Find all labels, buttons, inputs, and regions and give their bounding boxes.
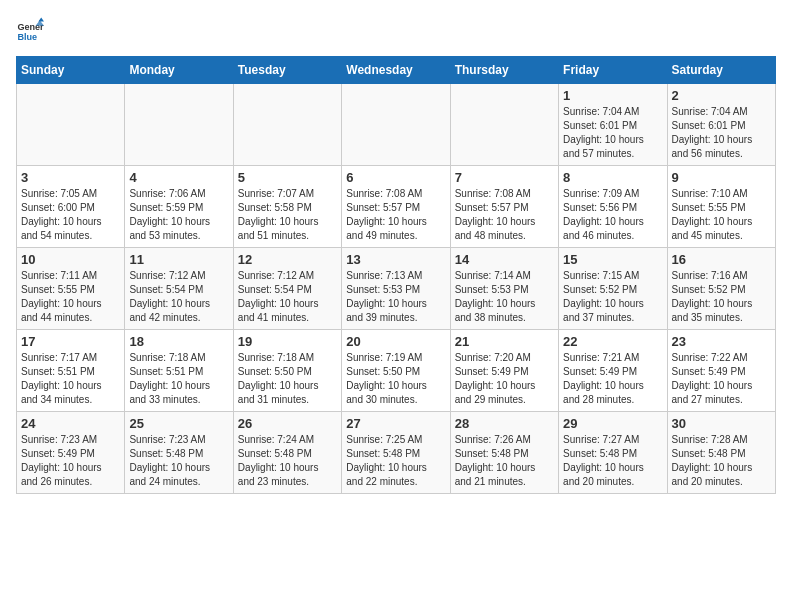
day-number: 24	[21, 416, 120, 431]
calendar-cell: 25Sunrise: 7:23 AM Sunset: 5:48 PM Dayli…	[125, 412, 233, 494]
day-number: 30	[672, 416, 771, 431]
day-number: 9	[672, 170, 771, 185]
weekday-header-tuesday: Tuesday	[233, 57, 341, 84]
weekday-header-monday: Monday	[125, 57, 233, 84]
day-info: Sunrise: 7:23 AM Sunset: 5:48 PM Dayligh…	[129, 433, 228, 489]
day-info: Sunrise: 7:22 AM Sunset: 5:49 PM Dayligh…	[672, 351, 771, 407]
day-info: Sunrise: 7:10 AM Sunset: 5:55 PM Dayligh…	[672, 187, 771, 243]
calendar-cell: 20Sunrise: 7:19 AM Sunset: 5:50 PM Dayli…	[342, 330, 450, 412]
day-number: 18	[129, 334, 228, 349]
calendar-cell: 11Sunrise: 7:12 AM Sunset: 5:54 PM Dayli…	[125, 248, 233, 330]
day-info: Sunrise: 7:27 AM Sunset: 5:48 PM Dayligh…	[563, 433, 662, 489]
svg-text:Blue: Blue	[17, 32, 37, 42]
day-info: Sunrise: 7:28 AM Sunset: 5:48 PM Dayligh…	[672, 433, 771, 489]
day-number: 6	[346, 170, 445, 185]
calendar-cell: 2Sunrise: 7:04 AM Sunset: 6:01 PM Daylig…	[667, 84, 775, 166]
day-info: Sunrise: 7:19 AM Sunset: 5:50 PM Dayligh…	[346, 351, 445, 407]
day-info: Sunrise: 7:08 AM Sunset: 5:57 PM Dayligh…	[455, 187, 554, 243]
calendar-cell: 13Sunrise: 7:13 AM Sunset: 5:53 PM Dayli…	[342, 248, 450, 330]
calendar-cell: 7Sunrise: 7:08 AM Sunset: 5:57 PM Daylig…	[450, 166, 558, 248]
day-number: 22	[563, 334, 662, 349]
calendar-week-row: 1Sunrise: 7:04 AM Sunset: 6:01 PM Daylig…	[17, 84, 776, 166]
day-number: 12	[238, 252, 337, 267]
day-info: Sunrise: 7:05 AM Sunset: 6:00 PM Dayligh…	[21, 187, 120, 243]
day-info: Sunrise: 7:15 AM Sunset: 5:52 PM Dayligh…	[563, 269, 662, 325]
day-info: Sunrise: 7:04 AM Sunset: 6:01 PM Dayligh…	[563, 105, 662, 161]
day-info: Sunrise: 7:25 AM Sunset: 5:48 PM Dayligh…	[346, 433, 445, 489]
calendar-cell: 14Sunrise: 7:14 AM Sunset: 5:53 PM Dayli…	[450, 248, 558, 330]
calendar-cell: 16Sunrise: 7:16 AM Sunset: 5:52 PM Dayli…	[667, 248, 775, 330]
day-number: 16	[672, 252, 771, 267]
calendar-cell	[342, 84, 450, 166]
day-info: Sunrise: 7:24 AM Sunset: 5:48 PM Dayligh…	[238, 433, 337, 489]
day-number: 26	[238, 416, 337, 431]
day-number: 20	[346, 334, 445, 349]
calendar-cell: 15Sunrise: 7:15 AM Sunset: 5:52 PM Dayli…	[559, 248, 667, 330]
day-info: Sunrise: 7:07 AM Sunset: 5:58 PM Dayligh…	[238, 187, 337, 243]
day-info: Sunrise: 7:23 AM Sunset: 5:49 PM Dayligh…	[21, 433, 120, 489]
day-info: Sunrise: 7:18 AM Sunset: 5:50 PM Dayligh…	[238, 351, 337, 407]
calendar-table: SundayMondayTuesdayWednesdayThursdayFrid…	[16, 56, 776, 494]
calendar-week-row: 17Sunrise: 7:17 AM Sunset: 5:51 PM Dayli…	[17, 330, 776, 412]
day-info: Sunrise: 7:08 AM Sunset: 5:57 PM Dayligh…	[346, 187, 445, 243]
calendar-cell	[17, 84, 125, 166]
calendar-cell: 24Sunrise: 7:23 AM Sunset: 5:49 PM Dayli…	[17, 412, 125, 494]
day-number: 10	[21, 252, 120, 267]
day-info: Sunrise: 7:12 AM Sunset: 5:54 PM Dayligh…	[238, 269, 337, 325]
calendar-cell: 29Sunrise: 7:27 AM Sunset: 5:48 PM Dayli…	[559, 412, 667, 494]
calendar-cell: 23Sunrise: 7:22 AM Sunset: 5:49 PM Dayli…	[667, 330, 775, 412]
weekday-header-sunday: Sunday	[17, 57, 125, 84]
calendar-week-row: 24Sunrise: 7:23 AM Sunset: 5:49 PM Dayli…	[17, 412, 776, 494]
calendar-cell	[125, 84, 233, 166]
day-info: Sunrise: 7:12 AM Sunset: 5:54 PM Dayligh…	[129, 269, 228, 325]
day-number: 11	[129, 252, 228, 267]
calendar-cell	[450, 84, 558, 166]
day-number: 19	[238, 334, 337, 349]
day-number: 2	[672, 88, 771, 103]
day-info: Sunrise: 7:13 AM Sunset: 5:53 PM Dayligh…	[346, 269, 445, 325]
calendar-cell: 21Sunrise: 7:20 AM Sunset: 5:49 PM Dayli…	[450, 330, 558, 412]
calendar-cell: 28Sunrise: 7:26 AM Sunset: 5:48 PM Dayli…	[450, 412, 558, 494]
calendar-cell: 3Sunrise: 7:05 AM Sunset: 6:00 PM Daylig…	[17, 166, 125, 248]
weekday-header-friday: Friday	[559, 57, 667, 84]
day-info: Sunrise: 7:09 AM Sunset: 5:56 PM Dayligh…	[563, 187, 662, 243]
day-number: 17	[21, 334, 120, 349]
calendar-cell: 10Sunrise: 7:11 AM Sunset: 5:55 PM Dayli…	[17, 248, 125, 330]
day-number: 8	[563, 170, 662, 185]
calendar-week-row: 3Sunrise: 7:05 AM Sunset: 6:00 PM Daylig…	[17, 166, 776, 248]
day-info: Sunrise: 7:14 AM Sunset: 5:53 PM Dayligh…	[455, 269, 554, 325]
logo: General Blue	[16, 16, 44, 44]
day-info: Sunrise: 7:18 AM Sunset: 5:51 PM Dayligh…	[129, 351, 228, 407]
day-number: 25	[129, 416, 228, 431]
calendar-cell: 18Sunrise: 7:18 AM Sunset: 5:51 PM Dayli…	[125, 330, 233, 412]
day-number: 7	[455, 170, 554, 185]
calendar-cell: 9Sunrise: 7:10 AM Sunset: 5:55 PM Daylig…	[667, 166, 775, 248]
day-info: Sunrise: 7:26 AM Sunset: 5:48 PM Dayligh…	[455, 433, 554, 489]
calendar-cell: 19Sunrise: 7:18 AM Sunset: 5:50 PM Dayli…	[233, 330, 341, 412]
day-number: 28	[455, 416, 554, 431]
day-info: Sunrise: 7:17 AM Sunset: 5:51 PM Dayligh…	[21, 351, 120, 407]
day-info: Sunrise: 7:20 AM Sunset: 5:49 PM Dayligh…	[455, 351, 554, 407]
calendar-cell: 8Sunrise: 7:09 AM Sunset: 5:56 PM Daylig…	[559, 166, 667, 248]
day-info: Sunrise: 7:04 AM Sunset: 6:01 PM Dayligh…	[672, 105, 771, 161]
day-number: 27	[346, 416, 445, 431]
logo-icon: General Blue	[16, 16, 44, 44]
day-number: 5	[238, 170, 337, 185]
calendar-cell: 27Sunrise: 7:25 AM Sunset: 5:48 PM Dayli…	[342, 412, 450, 494]
day-number: 21	[455, 334, 554, 349]
calendar-header-row: SundayMondayTuesdayWednesdayThursdayFrid…	[17, 57, 776, 84]
calendar-cell: 4Sunrise: 7:06 AM Sunset: 5:59 PM Daylig…	[125, 166, 233, 248]
weekday-header-thursday: Thursday	[450, 57, 558, 84]
day-number: 13	[346, 252, 445, 267]
calendar-cell: 6Sunrise: 7:08 AM Sunset: 5:57 PM Daylig…	[342, 166, 450, 248]
page-header: General Blue	[16, 16, 776, 44]
calendar-cell	[233, 84, 341, 166]
day-info: Sunrise: 7:16 AM Sunset: 5:52 PM Dayligh…	[672, 269, 771, 325]
weekday-header-saturday: Saturday	[667, 57, 775, 84]
day-number: 3	[21, 170, 120, 185]
calendar-cell: 12Sunrise: 7:12 AM Sunset: 5:54 PM Dayli…	[233, 248, 341, 330]
day-number: 29	[563, 416, 662, 431]
day-number: 14	[455, 252, 554, 267]
day-info: Sunrise: 7:06 AM Sunset: 5:59 PM Dayligh…	[129, 187, 228, 243]
calendar-cell: 5Sunrise: 7:07 AM Sunset: 5:58 PM Daylig…	[233, 166, 341, 248]
